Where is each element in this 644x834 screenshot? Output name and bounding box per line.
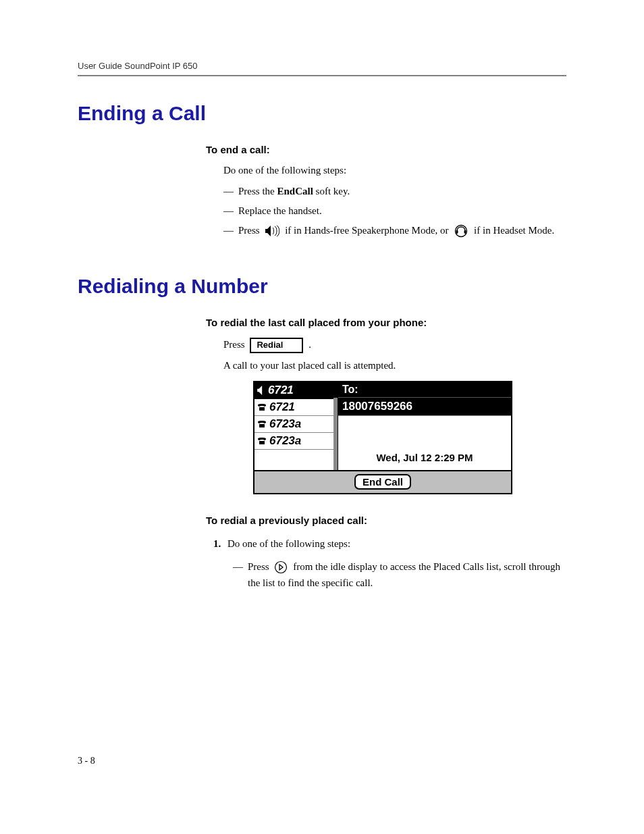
text: if in Hands-free Speakerphone Mode, or <box>285 225 451 236</box>
softkey-bar: End Call <box>254 470 511 493</box>
phone-icon <box>257 417 267 431</box>
subheading-redial-previous: To redial a previously placed call: <box>206 515 566 526</box>
line-row-active: 6721 <box>254 382 338 399</box>
speakerphone-icon <box>265 225 279 237</box>
list-item-replace-handset: Replace the handset. <box>223 203 566 219</box>
line-label: 6723a <box>269 434 301 448</box>
text: . <box>308 339 311 350</box>
text: Press the <box>238 186 277 197</box>
text: Press <box>238 225 262 236</box>
ordered-step-1: Do one of the following steps: Press fro… <box>223 536 566 592</box>
to-label-bar: To: <box>338 382 511 397</box>
phone-icon <box>257 434 267 448</box>
line-label: 6721 <box>268 384 294 397</box>
main-display-area: To: 18007659266 Wed, Jul 12 2:29 PM <box>338 382 511 470</box>
active-speaker-icon <box>257 384 265 397</box>
phone-display-illustration: 6721 6721 6723a 6723a <box>253 381 512 494</box>
subheading-redial-last: To redial the last call placed from your… <box>206 317 566 328</box>
heading-ending-a-call: Ending a Call <box>78 102 566 125</box>
svg-rect-2 <box>464 230 466 234</box>
endcall-softkey-label: End Call <box>354 474 411 490</box>
page-number: 3 - 8 <box>78 756 95 766</box>
heading-redialing-a-number: Redialing a Number <box>78 275 566 298</box>
text: Press <box>223 339 247 350</box>
line-row: 6723a <box>254 433 338 450</box>
lead-text: Do one of the following steps: <box>223 165 566 176</box>
headset-icon <box>454 224 468 238</box>
running-header: User Guide SoundPoint IP 650 <box>78 61 566 76</box>
line-row: 6721 <box>254 399 338 416</box>
svg-point-3 <box>275 562 287 573</box>
text: Press <box>248 561 271 572</box>
softkey-name: EndCall <box>277 186 313 197</box>
phone-display-main: 6721 6721 6723a 6723a <box>254 382 511 470</box>
scroll-indicator <box>333 382 338 470</box>
text: soft key. <box>313 186 350 197</box>
step-text: Do one of the following steps: <box>227 538 350 549</box>
text: from the idle display to access the Plac… <box>248 561 560 589</box>
sub-step-press-right: Press from the idle display to access th… <box>233 558 566 592</box>
line-label: 6721 <box>269 400 295 414</box>
list-item-endcall-softkey: Press the EndCall soft key. <box>223 183 566 200</box>
redial-key-icon: Redial <box>250 338 303 353</box>
datetime-row: Wed, Jul 12 2:29 PM <box>338 415 511 465</box>
text: if in Headset Mode. <box>474 225 554 236</box>
phone-icon <box>257 400 267 414</box>
line-row: 6723a <box>254 416 338 433</box>
line-label: 6723a <box>269 417 301 431</box>
redial-result: A call to your last placed call is attem… <box>223 360 566 371</box>
press-redial-line: Press Redial . <box>223 338 566 353</box>
list-item-press-mode-key: Press if in Hands-free Speakerphone Mode… <box>223 222 566 239</box>
nav-right-icon <box>274 561 288 574</box>
subheading-to-end-a-call: To end a call: <box>206 144 566 155</box>
svg-rect-1 <box>456 230 458 234</box>
line-key-column: 6721 6721 6723a 6723a <box>254 382 338 470</box>
dialed-number-row: 18007659266 <box>338 397 511 415</box>
